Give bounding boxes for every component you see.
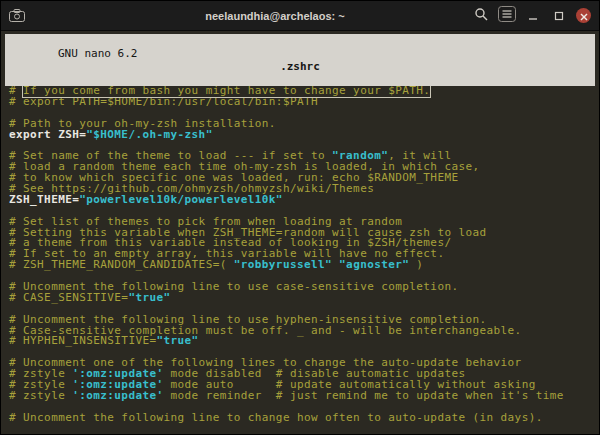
window-controls <box>472 7 591 25</box>
close-button[interactable] <box>576 8 591 23</box>
nano-status-line: [ Read 101 lines ] <box>5 424 595 435</box>
search-button[interactable] <box>472 7 490 25</box>
window-titlebar: neelaundhia@archelaos: ~ <box>1 1 599 31</box>
nano-filename: .zshrc <box>5 60 595 73</box>
terminal-app-icon <box>9 9 25 22</box>
terminal-window: neelaundhia@archelaos: ~ <box>0 0 600 435</box>
window-title: neelaundhia@archelaos: ~ <box>81 1 469 31</box>
menu-button[interactable] <box>498 7 516 25</box>
editor-line: # zstyle ':omz:update' mode reminder # j… <box>9 391 595 402</box>
hamburger-menu-icon <box>498 6 516 26</box>
nano-version-label: GNU nano 6.2 <box>45 47 138 60</box>
editor-line: ZSH_THEME="powerlevel10k/powerlevel10k" <box>9 195 595 206</box>
minimize-icon <box>528 7 538 25</box>
minimize-button[interactable] <box>524 7 542 25</box>
search-icon <box>474 7 488 25</box>
maximize-icon <box>554 7 564 25</box>
maximize-button[interactable] <box>550 7 568 25</box>
editor-line: # ZSH_THEME_RANDOM_CANDIDATES=( "robbyru… <box>9 260 595 271</box>
editor-line: # export PATH=$HOME/bin:/usr/local/bin:$… <box>9 97 595 108</box>
editor-line: # CASE_SENSITIVE="true" <box>9 293 595 304</box>
terminal-screen[interactable]: GNU nano 6.2 .zshrc # If you come from b… <box>1 31 599 435</box>
editor-line: # HYPHEN_INSENSITIVE="true" <box>9 336 595 347</box>
editor-lines: # If you come from bash you might have t… <box>5 86 595 424</box>
editor-line: export ZSH="$HOME/.oh-my-zsh" <box>9 130 595 141</box>
nano-titlebar: GNU nano 6.2 .zshrc <box>5 34 595 86</box>
editor-line: # Uncomment the following line to change… <box>9 413 595 424</box>
close-icon <box>580 7 588 25</box>
